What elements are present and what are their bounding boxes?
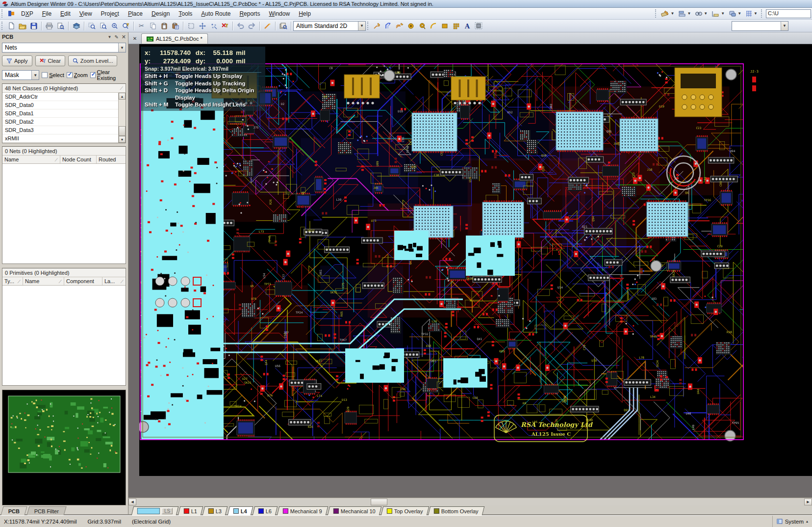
horizontal-scrollbar[interactable]: ◀ ▶ [128,498,812,505]
layer-tab-mechanical-9[interactable]: Mechanical 9 [277,506,328,515]
menu-view[interactable]: View [75,9,97,19]
paste-array-button[interactable] [450,21,461,31]
deselect-button[interactable] [208,21,219,31]
menu-file[interactable]: File [38,9,56,19]
layer-tab-ls[interactable]: LS [131,506,179,515]
place-string-button[interactable]: A [461,21,473,31]
mask-mode-select[interactable]: Mask ▼ [2,70,39,80]
board-thumbnail[interactable] [2,390,126,505]
zoom-document-button[interactable] [98,21,109,31]
zoom-checkbox[interactable]: ✓ Zoom [67,72,88,78]
menu-project[interactable]: Project [97,9,124,19]
new-document-button[interactable] [5,21,17,31]
layer-tab-l1[interactable]: L1 [178,506,203,515]
paste-button[interactable] [158,21,170,31]
net-class-row[interactable]: xRMII [2,134,118,143]
browse-mode-select[interactable]: Nets ▼ [2,43,126,53]
menu-window[interactable]: Window [264,9,294,19]
zoom-window-button[interactable] [86,21,98,31]
menu-autoroute[interactable]: Auto Route [197,9,235,19]
print-preview-button[interactable] [55,21,66,31]
zoom-level-button[interactable]: Zoom Level... [68,55,118,66]
scroll-down-icon[interactable]: ▼ [119,136,126,143]
scroll-thumb[interactable] [371,499,387,505]
zoom-selected-button[interactable] [120,21,131,31]
place-fill-button[interactable] [439,21,450,31]
grid-tool-button[interactable]: ▼ [744,10,759,18]
net-class-row[interactable]: SDR_Data0 [2,101,118,109]
escape-routing-button[interactable] [382,21,394,31]
layer-tab-mechanical-10[interactable]: Mechanical 10 [327,506,381,515]
menu-dxp[interactable]: DXP [17,9,38,19]
nets-col-name[interactable]: Name∕ [2,156,60,163]
measure-tool-button[interactable]: ▼ [660,9,675,18]
clear-filter-button[interactable] [219,21,230,31]
filter-wand-button[interactable] [262,21,273,31]
net-class-scrollbar[interactable]: ▲ ▼ [118,93,126,143]
tab-pcb[interactable]: PCB [0,506,27,515]
dimension-tool-button[interactable]: ▼ [710,10,726,18]
cut-button[interactable]: ✂ [136,21,147,31]
save-button[interactable] [28,21,39,31]
nets-col-nodecount[interactable]: Node Count [60,156,97,163]
multi-routing-button[interactable] [394,21,405,31]
layer-stack-button[interactable] [71,21,82,31]
chevron-down-icon[interactable]: ▼ [31,71,39,79]
tab-pcb-filter[interactable]: PCB Filter [27,506,67,515]
chevron-down-icon[interactable]: ▼ [781,22,788,30]
dxp-icon[interactable] [5,8,17,19]
apply-button[interactable]: Apply [2,55,32,66]
clear-existing-checkbox[interactable]: ✓ Clear Existing [90,69,126,81]
layer-tab-l3[interactable]: L3 [203,506,228,515]
open-document-button[interactable] [17,21,28,31]
view-mode-select[interactable]: Altium Standard 2D ▼ [293,21,366,31]
menu-edit[interactable]: Edit [56,9,75,19]
clear-button[interactable]: Clear [35,55,65,66]
layer-tab-bottom-overlay[interactable]: Bottom Overlay [428,506,484,515]
net-class-row[interactable]: SDR_AddrCtr [2,93,118,101]
prims-col-name[interactable]: Name∕ [23,277,64,285]
menu-place[interactable]: Place [124,9,147,19]
nets-col-routed[interactable]: Routed [97,156,126,163]
scroll-thumb[interactable] [119,126,126,136]
undo-button[interactable] [235,21,246,31]
system-panel-button[interactable]: System ▴ [772,516,808,527]
panel-menu-icon[interactable]: ▼ [107,35,111,39]
panel-pin-icon[interactable]: ✎ [114,34,118,40]
redo-button[interactable] [246,21,257,31]
document-tab[interactable]: AL125_C.PcbDoc * [141,33,208,44]
chevron-down-icon[interactable]: ▼ [358,22,365,30]
net-class-row[interactable]: SDR_Data2 [2,118,118,126]
menu-tools[interactable]: Tools [174,9,197,19]
paste-special-button[interactable] [170,21,181,31]
move-button[interactable] [197,21,208,31]
zoom-in-button[interactable] [109,21,120,31]
menu-design[interactable]: Design [147,9,174,19]
board-thumbnail-canvas[interactable] [2,390,126,505]
scroll-left-icon[interactable]: ◀ [128,499,136,505]
room-tool-button[interactable]: ▼ [728,10,742,18]
align-tool-button[interactable]: ▼ [677,10,692,18]
select-checkbox[interactable]: ✓ Select [42,72,64,78]
select-area-button[interactable] [185,21,197,31]
layer-tab-l4[interactable]: L4 [227,506,253,515]
prims-col-layer[interactable]: La...∕ [102,277,126,285]
browse-library-button[interactable] [278,21,289,31]
menu-reports[interactable]: Reports [235,9,264,19]
prims-col-component[interactable]: Component [64,277,102,285]
scroll-up-icon[interactable]: ▲ [119,93,126,100]
path-input[interactable]: C:\U [766,9,811,18]
layer-tab-top-overlay[interactable]: Top Overlay [381,506,429,515]
layer-tab-l6[interactable]: L6 [252,506,278,515]
menu-help[interactable]: Help [294,9,315,19]
place-via-button[interactable] [416,21,428,31]
chevron-down-icon[interactable]: ▼ [118,43,126,52]
print-button[interactable] [44,21,55,31]
place-arc-button[interactable] [428,21,439,31]
copy-button[interactable] [147,21,158,31]
panel-close-icon[interactable]: ✕ [122,34,126,40]
net-class-row[interactable]: SDR_Data1 [2,109,118,118]
interactive-routing-button[interactable] [371,21,382,31]
scroll-right-icon[interactable]: ▶ [804,499,812,505]
net-class-row[interactable]: SDR_Data3 [2,126,118,134]
